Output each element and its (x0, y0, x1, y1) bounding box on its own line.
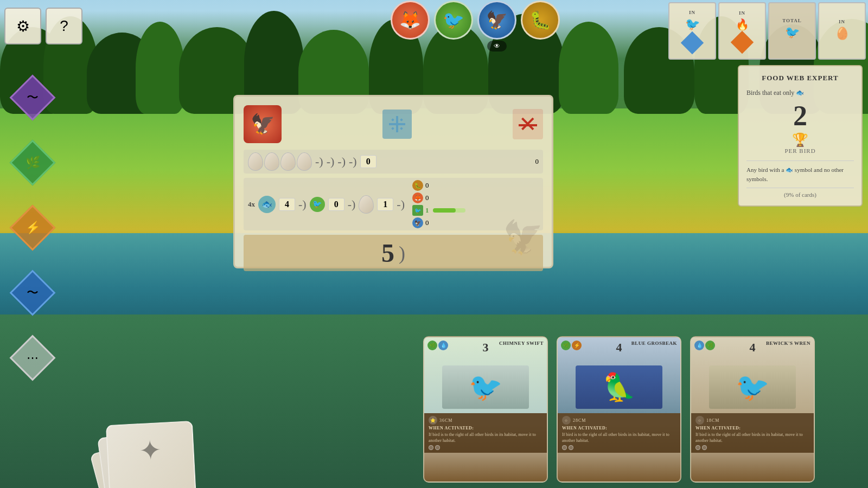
grosbeak-score: 4 (616, 341, 622, 355)
left-menu: 〜 🌿 ⚡ 〜 ⋯ (16, 81, 49, 374)
bird-card-bewicks-wren[interactable]: 💧 🌿 Bewick's Wren 4 🐦 ○ 18cm WHEN ACTIVA… (690, 336, 815, 483)
chimney-swift-habitat-2: 💧 (438, 341, 448, 350)
chimney-swift-size-icon: ⭐ (429, 416, 437, 425)
panel-watermark: 🦅 (503, 218, 546, 261)
count-box-birds-row2: 0 (328, 198, 344, 211)
sc-val-3: 1 (425, 206, 429, 215)
side-counts: 0 (535, 157, 539, 166)
big-score-row: 5 ) (244, 235, 543, 271)
gdot-2 (569, 445, 573, 450)
player-fox-icon[interactable]: 🦊 (391, 1, 430, 40)
menu-item-white[interactable]: ⋯ (10, 335, 56, 381)
orange-icon: ⚡ (25, 221, 40, 235)
panel-header: 🦅 ✕ (244, 105, 543, 143)
purple-icon: 〜 (27, 89, 39, 106)
score-birds-label: IN (689, 10, 695, 15)
sc-val-2: 0 (425, 194, 429, 202)
snowflake-svg (388, 115, 406, 133)
wren-action-text: If bird is to the right of all other bir… (695, 432, 809, 444)
expert-note-prefix: Any bird with a (746, 166, 784, 173)
grosbeak-size: 28cm (573, 418, 586, 423)
sc-icon-4: 🦅 (412, 217, 423, 228)
chimney-swift-size-row: ⭐ 36cm (429, 416, 542, 425)
gdot-1 (562, 445, 567, 450)
expert-big-num: 2 (746, 102, 854, 130)
arrow-egg: -) (348, 197, 356, 211)
menu-item-blue[interactable]: 〜 (10, 270, 56, 316)
chimney-swift-score: 3 (483, 341, 489, 355)
expert-food-icon: 🐟 (796, 89, 804, 97)
chimney-swift-action-title: WHEN ACTIVATED: (429, 426, 542, 431)
score-box-egg: IN 🥚 (818, 2, 866, 60)
player-green-icon[interactable]: 🐦 (434, 1, 473, 40)
grosbeak-action-title: WHEN ACTIVATED: (562, 426, 676, 431)
chimney-swift-info: ⭐ 36cm WHEN ACTIVATED: If bird is to the… (424, 413, 547, 453)
grosbeak-name: Blue Grosbeak (585, 341, 677, 346)
dot-1 (429, 445, 433, 450)
arrow-end: -) (397, 197, 405, 211)
egg-1 (248, 152, 263, 171)
progress-bar-green (433, 208, 465, 213)
side-count-right: 0 (535, 157, 539, 166)
score-box-birds: IN 🐦 (668, 2, 716, 60)
settings-button[interactable]: ⚙ (4, 8, 41, 44)
chimney-swift-action-text: If bird is to the right of all other bir… (429, 432, 542, 444)
wren-habitat-2: 🌿 (705, 341, 715, 350)
big-arrow: ) (399, 242, 405, 265)
sc-icon-1: 🐛 (412, 180, 423, 191)
chimney-swift-size: 36cm (439, 418, 452, 423)
player-gold-icon[interactable]: 🐛 (521, 1, 560, 40)
help-button[interactable]: ? (46, 8, 82, 44)
wren-habitat-1: 💧 (694, 341, 704, 350)
blue-diamond-icon (681, 31, 704, 54)
sc-4: 🦅 0 (412, 217, 466, 228)
grosbeak-image: 🦜 (576, 365, 662, 409)
bird-counter-icon: 🐦 (310, 197, 325, 212)
grosbeak-habitat-1: 🌿 (561, 341, 571, 350)
wren-size-row: ○ 18cm (695, 416, 809, 425)
chimney-swift-name: Chimney Swift (451, 341, 544, 346)
expert-note-icon: 🐟 (786, 166, 795, 173)
score-box-fire: IN 🔥 (718, 2, 766, 60)
wren-info: ○ 18cm WHEN ACTIVATED: If bird is to the… (691, 413, 814, 453)
white-icon: ⋯ (27, 351, 39, 365)
expert-panel: Food Web Expert Birds that eat only 🐟 2 … (738, 65, 863, 207)
sc-1: 🐛 0 (412, 180, 466, 191)
expert-title: Food Web Expert (746, 74, 854, 82)
deck-card-top[interactable]: ✦ (106, 421, 198, 488)
arrow-3: -) (337, 155, 346, 169)
panel-bird-icon: 🦅 (244, 105, 282, 143)
expert-desc-prefix: Birds that eat only (746, 89, 794, 97)
bird-card-blue-grosbeak[interactable]: 🌿 ⚡ Blue Grosbeak 4 🦜 ○ 28cm WHEN ACTIVA… (557, 336, 681, 483)
player-blue-icon[interactable]: 🦅 (477, 1, 516, 40)
panel-habitat-icon (382, 110, 412, 139)
count-box-fish: 4 (279, 198, 295, 211)
close-button[interactable]: ✕ (513, 109, 543, 139)
svg-rect-3 (400, 118, 403, 121)
fire-icon: 🔥 (736, 18, 749, 31)
wren-dots (695, 445, 809, 450)
egg-3 (280, 152, 296, 171)
chimney-swift-habitat-1: 🌿 (427, 341, 437, 350)
menu-item-purple[interactable]: 〜 (10, 75, 56, 121)
orange-diamond-icon (731, 31, 754, 54)
arrow-bird: -) (298, 197, 307, 211)
expert-percent: (9% of cards) (746, 188, 854, 198)
arrow-1: -) (315, 155, 323, 169)
menu-item-orange[interactable]: ⚡ (10, 205, 56, 251)
score-total-bird-icon: 🐦 (785, 25, 800, 40)
blue-icon: 〜 (27, 285, 39, 301)
active-player-indicator: 👁 (487, 41, 507, 52)
wren-score: 4 (750, 341, 756, 355)
expert-per-bird: PER BIRD (746, 147, 854, 154)
expert-trophy-icon: 🏆 (746, 132, 854, 147)
score-birds-icon: 🐦 (685, 17, 700, 31)
wdot-2 (702, 445, 707, 450)
chimney-swift-dots (429, 445, 542, 450)
menu-item-green[interactable]: 🌿 (10, 140, 56, 186)
sc-2: 🦊 0 (412, 192, 466, 203)
green-icon: 🌿 (25, 156, 40, 170)
bird-card-chimney-swift[interactable]: 🌿 💧 Chimney Swift 3 🐦 ⭐ 36cm WHEN ACTIVA… (423, 336, 548, 483)
score-egg-label: IN (839, 19, 845, 24)
grosbeak-dots (562, 445, 676, 450)
